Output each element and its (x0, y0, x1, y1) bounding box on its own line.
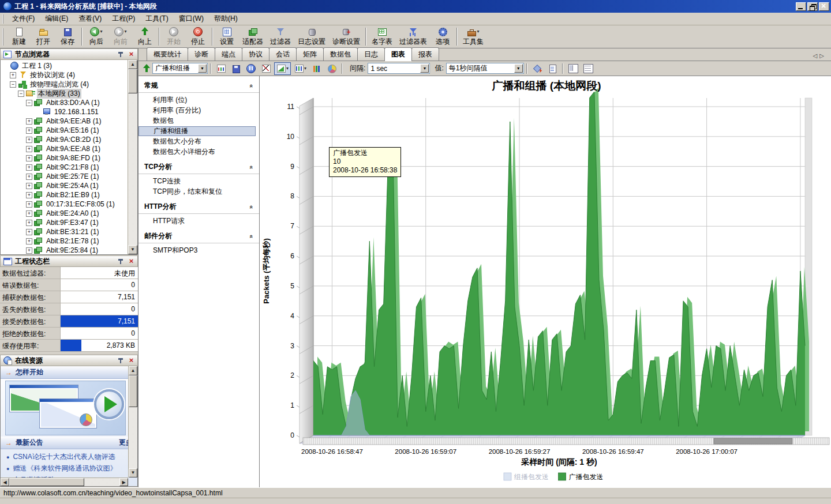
tree-expander[interactable]: + (26, 192, 32, 198)
chart-toolbar-save-icon[interactable] (229, 62, 243, 75)
chart-toolbar-chart-picture-icon[interactable] (214, 62, 228, 75)
tree-expander[interactable]: + (26, 220, 32, 226)
menu-item-帮助(H)[interactable]: 帮助(H) (209, 13, 243, 25)
tree-node-label[interactable]: 按协议浏览 (4) (29, 70, 76, 80)
title-bar[interactable]: 工程 1 - 科来网络分析系统 [捕获中] - 本地网段 (0, 0, 831, 13)
tree-node-label[interactable]: Abit:9A:8E:FD (1) (45, 154, 102, 162)
sidebar-item-数据包大小详细分布[interactable]: 数据包大小详细分布 (138, 147, 256, 157)
tree-expander[interactable]: + (26, 247, 32, 254)
announcements-strip[interactable]: → 最新公告 更多 (1, 437, 137, 449)
tree-node-label[interactable]: 本地网段 (33) (37, 89, 81, 99)
announcement-link[interactable]: ●CSNA论坛十大杰出代表人物评选 (6, 452, 135, 463)
tree-row[interactable]: +Abit:9E:25:84 (1) (2, 246, 137, 255)
tree-row[interactable]: 192.168.1.151 (2, 107, 137, 116)
chart-toolbar-pie-chart-icon[interactable] (325, 62, 339, 75)
tree-row[interactable]: +Abit:9A:E5:16 (1) (2, 126, 137, 135)
sidebar-item-TCP连接[interactable]: TCP连接 (138, 176, 256, 186)
panel-close-icon[interactable]: × (128, 258, 135, 265)
tree-expander[interactable]: + (26, 238, 32, 245)
video-thumbnail[interactable] (5, 381, 126, 435)
tree-node-label[interactable]: Abit:9E:24:A0 (1) (45, 209, 100, 217)
toolbar-button-名字表[interactable]: 名字表 (368, 26, 396, 47)
tree-expander[interactable]: + (26, 155, 32, 161)
toolbar-button-开始[interactable]: 开始 (162, 26, 186, 47)
tree-node-label[interactable]: Abit:9A:EE:AB (1) (45, 117, 102, 125)
tree-expander[interactable]: + (26, 229, 32, 235)
sidebar-item-广播和组播[interactable]: 广播和组播 (138, 126, 256, 136)
tree-expander[interactable]: + (10, 72, 16, 78)
tab-端点[interactable]: 端点 (215, 47, 242, 61)
time-scroll-thumb[interactable] (714, 438, 792, 444)
chart-toolbar-area-chart-icon[interactable]: ▾ (274, 62, 291, 75)
menu-item-文件(F)[interactable]: 文件(F) (7, 13, 40, 25)
pin-icon[interactable] (117, 258, 124, 265)
chart-toolbar-line-chart-icon[interactable] (259, 62, 273, 75)
panel-close-icon[interactable]: × (128, 357, 135, 364)
tree-expander[interactable]: + (26, 146, 32, 152)
tree-row[interactable]: −本地网段 (33) (2, 89, 137, 98)
tree-row[interactable]: +Abit:9A:8E:FD (1) (2, 153, 137, 163)
tree-row[interactable]: 工程 1 (3) (2, 61, 137, 70)
tree-node-label[interactable]: Abit:BE:31:21 (1) (45, 228, 100, 236)
tree-node-label[interactable]: Abit:B2:1E:78 (1) (45, 237, 100, 245)
tree-row[interactable]: +Abit:9F:E3:47 (1) (2, 218, 137, 227)
menu-item-窗口(W)[interactable]: 窗口(W) (174, 13, 209, 25)
sidebar-item-利用率 (位)[interactable]: 利用率 (位) (138, 95, 256, 105)
tree-node-label[interactable]: 00:17:31:EC:F8:05 (1) (45, 200, 116, 208)
scroll-right-button[interactable]: ▶ (119, 478, 128, 486)
menu-item-查看(V)[interactable]: 查看(V) (73, 13, 107, 25)
tree-expander[interactable]: + (26, 183, 32, 189)
tree-node-label[interactable]: Abit:9E:25:4A (1) (45, 182, 100, 190)
online-hscrollbar[interactable]: ◀ ▶ (1, 477, 128, 486)
tree-row[interactable]: −Abit:83:D0:AA (1) (2, 98, 137, 107)
tree-node-label[interactable]: Abit:9E:25:84 (1) (45, 246, 99, 254)
close-button[interactable] (819, 2, 829, 11)
toolbar-button-打开[interactable]: 打开 (31, 26, 55, 47)
tab-矩阵[interactable]: 矩阵 (296, 47, 324, 61)
toolbar-button-工具集[interactable]: ▾工具集 (459, 26, 487, 47)
tree-node-label[interactable]: Abit:9F:E3:47 (1) (45, 219, 100, 227)
toolbar-button-设置[interactable]: 设置 (215, 26, 239, 47)
toolbar-button-向后[interactable]: ▾向后 (84, 26, 108, 47)
scroll-thumb[interactable] (9, 478, 84, 486)
tab-日志[interactable]: 日志 (357, 47, 385, 61)
sidebar-item-数据包大小分布[interactable]: 数据包大小分布 (138, 137, 256, 146)
toolbar-button-停止[interactable]: 停止 (186, 26, 210, 47)
tree-row[interactable]: +按协议浏览 (4) (2, 70, 137, 80)
interval-combo[interactable]: 1 sec ▼ (368, 63, 430, 74)
scroll-thumb[interactable] (128, 69, 137, 93)
tab-数据包[interactable]: 数据包 (323, 47, 358, 61)
tree-node-label[interactable]: 工程 1 (3) (21, 61, 53, 71)
tree-row[interactable]: +Abit:9A:CB:2D (1) (2, 135, 137, 144)
toolbar-button-选项[interactable]: 选项 (431, 26, 455, 47)
tree-node-label[interactable]: Abit:9A:CB:2D (1) (45, 136, 102, 144)
tree-node-label[interactable]: Abit:9A:EE:A8 (1) (45, 145, 102, 153)
sidebar-section-header[interactable]: HTTP分析 (138, 197, 259, 214)
tree-row[interactable]: −按物理端点浏览 (4) (2, 80, 137, 89)
sidebar-section-header[interactable]: 常规 (138, 76, 259, 93)
chart-toolbar-bar-chart-icon[interactable]: ▾ (292, 62, 309, 75)
tree-row[interactable]: +Abit:9E:24:A0 (1) (2, 209, 137, 218)
toolbar-button-过滤器表[interactable]: 过滤器表 (396, 26, 431, 47)
node-tree-scrollbar[interactable]: ▲ ▼ (128, 60, 137, 254)
sidebar-item-TCP同步，结束和复位[interactable]: TCP同步，结束和复位 (138, 187, 256, 197)
sidebar-item-数据包[interactable]: 数据包 (138, 116, 256, 126)
tree-node-label[interactable]: Abit:9A:E5:16 (1) (45, 126, 100, 134)
minimize-button[interactable] (796, 2, 806, 11)
pin-icon[interactable] (117, 357, 124, 364)
tree-row[interactable]: +Abit:B2:1E:78 (1) (2, 236, 137, 246)
tree-node-label[interactable]: 按物理端点浏览 (4) (29, 80, 90, 89)
sidebar-item-SMTP和POP3[interactable]: SMTP和POP3 (138, 246, 256, 255)
play-button-icon[interactable] (94, 389, 124, 419)
toolbar-button-过滤器[interactable]: 过滤器 (267, 26, 294, 47)
chart-toolbar-pause-icon[interactable] (244, 62, 258, 75)
scroll-left-button[interactable]: ◀ (1, 478, 9, 486)
tree-expander[interactable]: + (26, 164, 32, 171)
sidebar-section-header[interactable]: 邮件分析 (138, 227, 259, 243)
tree-expander[interactable]: + (26, 118, 32, 125)
tree-expander[interactable]: − (26, 100, 32, 106)
tree-node-label[interactable]: Abit:83:D0:AA (1) (45, 99, 101, 107)
sidebar-section-header[interactable]: TCP分析 (138, 157, 259, 174)
scroll-thumb[interactable] (129, 375, 137, 407)
menu-item-编辑(E)[interactable]: 编辑(E) (40, 13, 73, 25)
